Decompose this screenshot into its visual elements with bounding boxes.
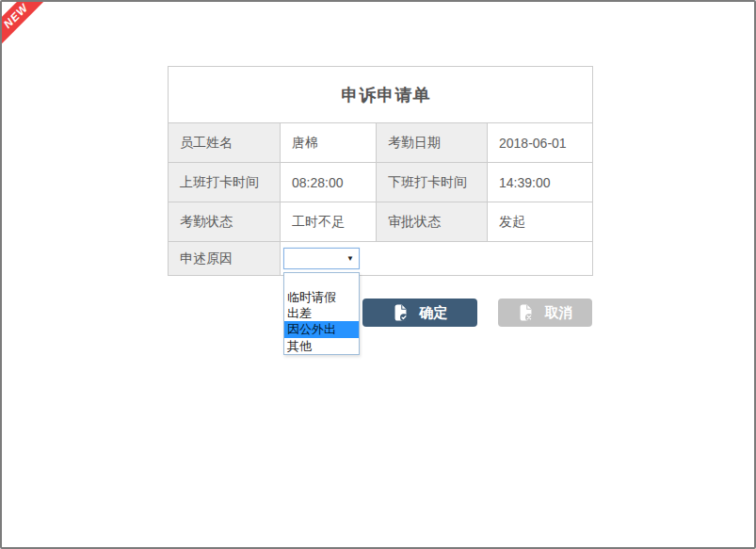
doc-check-icon — [393, 303, 409, 322]
label-employee-name: 员工姓名 — [169, 123, 281, 163]
label-attendance-date: 考勤日期 — [377, 123, 488, 163]
doc-x-icon — [518, 303, 534, 322]
value-employee-name: 唐棉 — [281, 123, 377, 163]
label-approval-status: 审批状态 — [377, 202, 488, 242]
confirm-button[interactable]: 确定 — [362, 299, 477, 327]
title-row: 申诉申请单 — [169, 67, 593, 123]
label-clock-in-time: 上班打卡时间 — [169, 163, 281, 202]
option-business-trip[interactable]: 出差 — [284, 305, 359, 321]
label-clock-out-time: 下班打卡时间 — [377, 163, 488, 202]
table-row-status: 考勤状态 工时不足 审批状态 发起 — [169, 202, 593, 242]
value-attendance-status: 工时不足 — [281, 202, 377, 242]
dropdown-arrow-icon: ▼ — [346, 254, 354, 264]
option-official-out-highlighted[interactable]: 因公外出 — [284, 321, 359, 338]
value-clock-in-time: 08:28:00 — [281, 163, 377, 202]
value-clock-out-time: 14:39:00 — [488, 163, 593, 202]
page-title: 申诉申请单 — [180, 84, 592, 106]
new-ribbon: NEW — [0, 0, 53, 53]
confirm-button-label: 确定 — [420, 304, 448, 322]
value-approval-status: 发起 — [488, 202, 593, 242]
appeal-reason-select-box[interactable]: ▼ — [283, 248, 360, 269]
page-frame: NEW 申诉申请单 员工姓名 唐棉 考勤日期 2018-06-01 上班打卡时间… — [0, 0, 756, 549]
label-attendance-status: 考勤状态 — [169, 202, 281, 242]
option-other[interactable]: 其他 — [284, 338, 359, 354]
table-row-employee: 员工姓名 唐棉 考勤日期 2018-06-01 — [169, 123, 593, 163]
appeal-reason-option-list: 临时请假 出差 因公外出 其他 — [283, 272, 360, 355]
option-blank[interactable] — [284, 273, 359, 289]
cancel-button[interactable]: 取消 — [498, 299, 592, 327]
table-row-appeal-reason: 申述原因 — [169, 242, 593, 276]
label-appeal-reason: 申述原因 — [169, 242, 281, 276]
option-temporary-leave[interactable]: 临时请假 — [284, 289, 359, 305]
appeal-form-table: 申诉申请单 员工姓名 唐棉 考勤日期 2018-06-01 上班打卡时间 08:… — [168, 66, 593, 276]
table-row-clock-times: 上班打卡时间 08:28:00 下班打卡时间 14:39:00 — [169, 163, 593, 202]
value-attendance-date: 2018-06-01 — [488, 123, 593, 163]
new-ribbon-label: NEW — [1, 1, 31, 31]
appeal-reason-select: ▼ 临时请假 出差 因公外出 其他 — [283, 248, 360, 269]
cancel-button-label: 取消 — [545, 304, 573, 322]
